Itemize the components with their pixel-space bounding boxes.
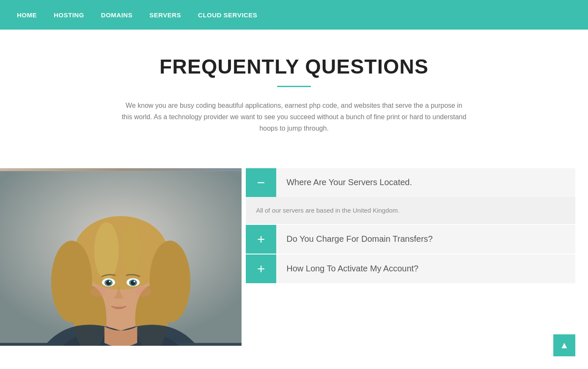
- faq-toggle-1[interactable]: −: [246, 168, 276, 197]
- svg-point-20: [90, 287, 107, 296]
- svg-point-18: [109, 281, 111, 282]
- main-nav: HOMEHOSTINGDOMAINSSERVERSCLOUD SERVICES: [0, 0, 588, 30]
- nav-home[interactable]: HOME: [17, 11, 37, 19]
- faq-question-3: How Long To Activate My Account?: [276, 254, 575, 283]
- faq-toggle-2[interactable]: +: [246, 225, 276, 254]
- woman-photo: [0, 168, 242, 346]
- nav-hosting[interactable]: HOSTING: [54, 11, 84, 19]
- hero-description: We know you are busy coding beautiful ap…: [121, 100, 467, 134]
- faq-answer-1: All of our servers are based in the Unit…: [246, 197, 575, 224]
- faq-toggle-3[interactable]: +: [246, 254, 276, 283]
- faq-header-2[interactable]: +Do You Charge For Domain Transfers?: [246, 225, 575, 254]
- svg-point-21: [135, 287, 151, 296]
- faq-item-3: +How Long To Activate My Account?Account…: [246, 254, 575, 283]
- nav-cloud-services[interactable]: CLOUD SERVICES: [198, 11, 257, 19]
- faq-question-2: Do You Charge For Domain Transfers?: [276, 225, 575, 254]
- scroll-top-button[interactable]: ▲: [553, 334, 575, 356]
- scroll-top-icon: ▲: [560, 340, 569, 351]
- faq-header-1[interactable]: −Where Are Your Servers Located.: [246, 168, 575, 197]
- page-title: FREQUENTLY QUESTIONS: [17, 55, 571, 78]
- nav-domains[interactable]: DOMAINS: [101, 11, 132, 19]
- nav-servers[interactable]: SERVERS: [149, 11, 181, 19]
- svg-point-10: [94, 222, 119, 279]
- faq-header-3[interactable]: +How Long To Activate My Account?: [246, 254, 575, 283]
- faq-section: −Where Are Your Servers Located.All of o…: [242, 168, 575, 346]
- hero-divider: [277, 86, 311, 87]
- svg-point-19: [134, 281, 135, 282]
- faq-item-2: +Do You Charge For Domain Transfers?We d…: [246, 225, 575, 254]
- faq-question-1: Where Are Your Servers Located.: [276, 168, 575, 197]
- faq-item-1: −Where Are Your Servers Located.All of o…: [246, 168, 575, 224]
- left-image-panel: [0, 168, 242, 346]
- content-area: −Where Are Your Servers Located.All of o…: [0, 151, 588, 363]
- svg-point-11: [123, 224, 139, 273]
- hero-section: FREQUENTLY QUESTIONS We know you are bus…: [0, 30, 588, 151]
